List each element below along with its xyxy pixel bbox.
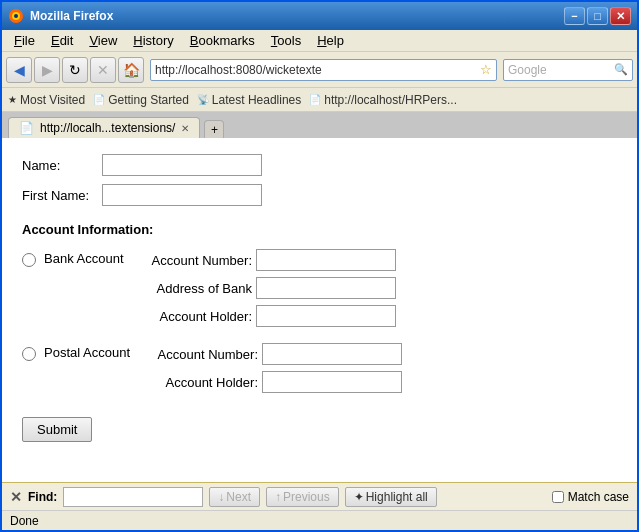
search-placeholder: Google bbox=[508, 63, 612, 77]
window-controls: − □ ✕ bbox=[564, 7, 631, 25]
bank-holder-row: Account Holder: bbox=[132, 305, 396, 327]
search-icon: 🔍 bbox=[614, 63, 628, 76]
menu-history[interactable]: History bbox=[125, 31, 181, 50]
bookmark-most-visited-label: Most Visited bbox=[20, 93, 85, 107]
postal-account-fields: Account Number: Account Holder: bbox=[138, 343, 402, 393]
first-name-label: First Name: bbox=[22, 188, 102, 203]
firefox-icon bbox=[8, 8, 24, 24]
account-info-title: Account Information: bbox=[22, 222, 617, 237]
menu-tools[interactable]: Tools bbox=[263, 31, 309, 50]
bank-radio-col bbox=[22, 249, 36, 267]
menu-view[interactable]: View bbox=[81, 31, 125, 50]
tab-label: http://localh...textensions/ bbox=[40, 121, 175, 135]
bank-account-radio[interactable] bbox=[22, 253, 36, 267]
bookmark-getting-started[interactable]: 📄 Getting Started bbox=[93, 93, 189, 107]
bookmark-hrpers-label: http://localhost/HRPers... bbox=[324, 93, 457, 107]
bank-account-number-row: Account Number: bbox=[132, 249, 396, 271]
highlight-icon: ✦ bbox=[354, 490, 364, 504]
status-text: Done bbox=[10, 514, 39, 528]
postal-radio-col bbox=[22, 343, 36, 361]
bookmark-latest-headlines-label: Latest Headlines bbox=[212, 93, 301, 107]
bank-holder-input[interactable] bbox=[256, 305, 396, 327]
active-tab[interactable]: 📄 http://localh...textensions/ ✕ bbox=[8, 117, 200, 138]
page2-icon: 📄 bbox=[309, 94, 321, 105]
bank-address-row: Address of Bank bbox=[132, 277, 396, 299]
postal-account-label: Postal Account bbox=[44, 345, 130, 360]
toolbar: ◀ ▶ ↻ ✕ 🏠 http://localhost:8080/wicketex… bbox=[2, 52, 637, 88]
postal-account-number-row: Account Number: bbox=[138, 343, 402, 365]
stop-button[interactable]: ✕ bbox=[90, 57, 116, 83]
bank-account-group: Bank Account Account Number: Address of … bbox=[22, 249, 617, 327]
new-tab-button[interactable]: + bbox=[204, 120, 224, 138]
browser-window: Mozilla Firefox − □ ✕ File Edit View His… bbox=[0, 0, 639, 532]
bank-account-number-input[interactable] bbox=[256, 249, 396, 271]
menu-file[interactable]: File bbox=[6, 31, 43, 50]
close-button[interactable]: ✕ bbox=[610, 7, 631, 25]
svg-point-2 bbox=[14, 14, 18, 18]
tab-close-button[interactable]: ✕ bbox=[181, 123, 189, 134]
name-row: Name: bbox=[22, 154, 617, 176]
match-case-label[interactable]: Match case bbox=[552, 490, 629, 504]
bank-address-input[interactable] bbox=[256, 277, 396, 299]
bookmark-most-visited[interactable]: ★ Most Visited bbox=[8, 93, 85, 107]
name-label: Name: bbox=[22, 158, 102, 173]
postal-account-group: Postal Account Account Number: Account H… bbox=[22, 343, 617, 393]
find-previous-button[interactable]: ↑ Previous bbox=[266, 487, 339, 507]
bookmark-hrpers[interactable]: 📄 http://localhost/HRPers... bbox=[309, 93, 457, 107]
bank-account-fields: Account Number: Address of Bank Account … bbox=[132, 249, 396, 327]
star-icon: ★ bbox=[8, 94, 17, 105]
find-prev-arrow-icon: ↑ bbox=[275, 490, 281, 504]
submit-button[interactable]: Submit bbox=[22, 417, 92, 442]
find-close-button[interactable]: ✕ bbox=[10, 489, 22, 505]
menu-bar: File Edit View History Bookmarks Tools H… bbox=[2, 30, 637, 52]
maximize-button[interactable]: □ bbox=[587, 7, 608, 25]
bank-address-label: Address of Bank bbox=[132, 281, 252, 296]
menu-help[interactable]: Help bbox=[309, 31, 352, 50]
postal-holder-row: Account Holder: bbox=[138, 371, 402, 393]
minimize-button[interactable]: − bbox=[564, 7, 585, 25]
menu-bookmarks[interactable]: Bookmarks bbox=[182, 31, 263, 50]
find-label: Find: bbox=[28, 490, 57, 504]
highlight-all-label: Highlight all bbox=[366, 490, 428, 504]
home-button[interactable]: 🏠 bbox=[118, 57, 144, 83]
find-next-label: Next bbox=[226, 490, 251, 504]
postal-holder-input[interactable] bbox=[262, 371, 402, 393]
first-name-input[interactable] bbox=[102, 184, 262, 206]
postal-account-number-input[interactable] bbox=[262, 343, 402, 365]
back-button[interactable]: ◀ bbox=[6, 57, 32, 83]
find-next-button[interactable]: ↓ Next bbox=[209, 487, 260, 507]
page-content: Name: First Name: Account Information: B… bbox=[2, 138, 637, 482]
page-icon: 📄 bbox=[93, 94, 105, 105]
bookmark-getting-started-label: Getting Started bbox=[108, 93, 189, 107]
match-case-checkbox[interactable] bbox=[552, 491, 564, 503]
postal-account-radio[interactable] bbox=[22, 347, 36, 361]
tab-bar: 📄 http://localh...textensions/ ✕ + bbox=[2, 112, 637, 138]
postal-account-number-label: Account Number: bbox=[138, 347, 258, 362]
match-case-text: Match case bbox=[568, 490, 629, 504]
bookmark-star-icon[interactable]: ☆ bbox=[480, 62, 492, 77]
menu-edit[interactable]: Edit bbox=[43, 31, 81, 50]
feed-icon: 📡 bbox=[197, 94, 209, 105]
bookmark-latest-headlines[interactable]: 📡 Latest Headlines bbox=[197, 93, 301, 107]
address-text: http://localhost:8080/wicketexte bbox=[155, 63, 476, 77]
bank-account-label: Bank Account bbox=[44, 251, 124, 266]
bank-holder-label: Account Holder: bbox=[132, 309, 252, 324]
highlight-all-button[interactable]: ✦ Highlight all bbox=[345, 487, 437, 507]
find-next-arrow-icon: ↓ bbox=[218, 490, 224, 504]
search-box[interactable]: Google 🔍 bbox=[503, 59, 633, 81]
window-title: Mozilla Firefox bbox=[30, 9, 564, 23]
address-bar[interactable]: http://localhost:8080/wicketexte ☆ bbox=[150, 59, 497, 81]
title-bar: Mozilla Firefox − □ ✕ bbox=[2, 2, 637, 30]
find-previous-label: Previous bbox=[283, 490, 330, 504]
forward-button[interactable]: ▶ bbox=[34, 57, 60, 83]
find-bar: ✕ Find: ↓ Next ↑ Previous ✦ Highlight al… bbox=[2, 482, 637, 510]
find-input[interactable] bbox=[63, 487, 203, 507]
bookmarks-bar: ★ Most Visited 📄 Getting Started 📡 Lates… bbox=[2, 88, 637, 112]
bank-account-number-label: Account Number: bbox=[132, 253, 252, 268]
status-bar: Done bbox=[2, 510, 637, 530]
postal-holder-label: Account Holder: bbox=[138, 375, 258, 390]
name-input[interactable] bbox=[102, 154, 262, 176]
first-name-row: First Name: bbox=[22, 184, 617, 206]
reload-button[interactable]: ↻ bbox=[62, 57, 88, 83]
tab-icon: 📄 bbox=[19, 121, 34, 135]
